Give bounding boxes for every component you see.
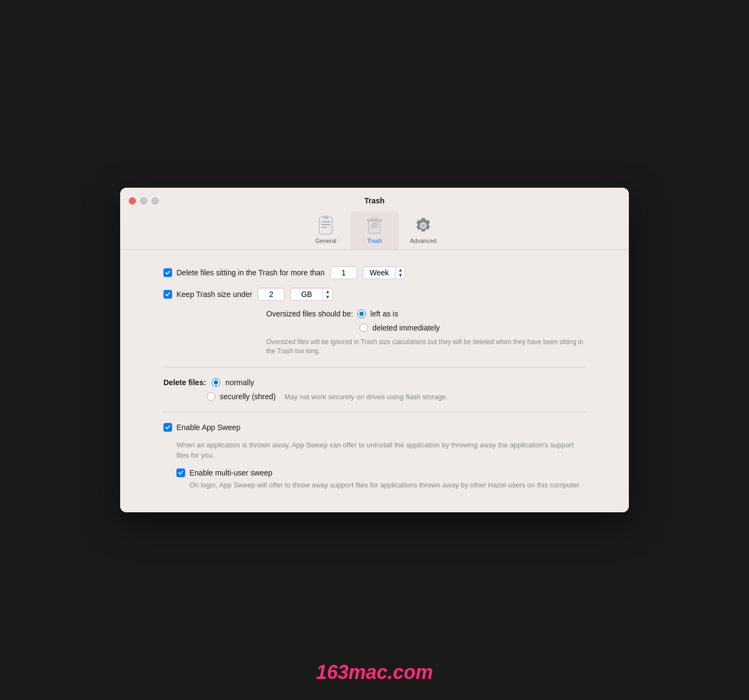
- multi-user-label: Enable multi-user sweep: [189, 468, 272, 477]
- week-stepper[interactable]: Week ▲ ▼: [363, 266, 405, 279]
- watermark: 163mac.com: [316, 661, 433, 684]
- tab-trash-label: Trash: [367, 237, 382, 244]
- svg-rect-2: [321, 221, 330, 222]
- multi-user-hint: On login, App Sweep will offer to throw …: [189, 480, 586, 491]
- radio-securely[interactable]: [207, 392, 215, 401]
- normally-label: normally: [226, 378, 254, 387]
- general-tab-icon: [316, 216, 336, 235]
- tab-general-label: General: [315, 237, 336, 244]
- tab-advanced[interactable]: Advanced: [399, 212, 448, 249]
- keep-trash-size-row: Keep Trash size under GB ▲ ▼: [163, 288, 586, 301]
- keep-trash-size-checkbox-wrapper[interactable]: Keep Trash size under: [163, 290, 252, 299]
- gb-down-arrow[interactable]: ▼: [325, 294, 330, 300]
- tab-advanced-label: Advanced: [410, 237, 437, 244]
- securely-row: securelly (shred) May not work securely …: [207, 392, 586, 401]
- keep-trash-size-label: Keep Trash size under: [176, 290, 252, 299]
- week-value: Week: [363, 267, 396, 279]
- oversized-hint: Oversized files will be ignored in Trash…: [266, 338, 586, 356]
- delete-old-files-checkbox-wrapper[interactable]: Delete files sitting in the Trash for mo…: [163, 268, 325, 277]
- week-down-arrow[interactable]: ▼: [398, 273, 403, 279]
- gb-up-arrow[interactable]: ▲: [325, 289, 330, 295]
- minimize-button[interactable]: [140, 197, 147, 204]
- svg-rect-0: [319, 217, 332, 234]
- week-stepper-arrows[interactable]: ▲ ▼: [396, 267, 405, 279]
- gb-stepper[interactable]: GB ▲ ▼: [290, 288, 333, 301]
- delete-days-input[interactable]: [330, 266, 357, 279]
- delete-files-header-row: Delete files: normally: [163, 378, 586, 387]
- delete-files-section: Delete files: normally securelly (shred)…: [163, 378, 586, 401]
- radio-left-as-is[interactable]: [357, 309, 366, 318]
- window-title: Trash: [364, 196, 384, 205]
- deleted-immediately-row: deleted immediately: [359, 323, 586, 332]
- gb-value: GB: [291, 288, 323, 300]
- radio-deleted-immediately[interactable]: [359, 323, 368, 332]
- oversized-label: Oversized files should be:: [266, 309, 353, 318]
- advanced-tab-icon: [413, 216, 433, 235]
- delete-old-files-checkbox[interactable]: [163, 268, 172, 277]
- tabs-row: General: [301, 212, 448, 249]
- delete-old-files-label: Delete files sitting in the Trash for mo…: [176, 268, 325, 277]
- securely-label: securelly (shred): [220, 392, 275, 401]
- tab-general[interactable]: General: [301, 212, 350, 249]
- gb-stepper-arrows[interactable]: ▲ ▼: [323, 289, 332, 301]
- radio-normally[interactable]: [212, 378, 220, 387]
- traffic-lights: [129, 197, 159, 204]
- svg-rect-5: [369, 221, 380, 234]
- tab-trash[interactable]: Trash: [350, 212, 399, 249]
- app-sweep-label: Enable App Sweep: [176, 423, 240, 432]
- app-sweep-section: Enable App Sweep When an application is …: [163, 423, 586, 491]
- oversized-section: Oversized files should be: left as is de…: [176, 309, 586, 356]
- svg-rect-10: [372, 217, 377, 220]
- svg-point-11: [421, 223, 425, 228]
- delete-files-label: Delete files:: [163, 378, 206, 387]
- securely-note: May not work securely on drives using fl…: [284, 393, 448, 401]
- trash-size-input[interactable]: [258, 288, 285, 301]
- app-sweep-checkbox[interactable]: [163, 423, 172, 432]
- oversized-label-row: Oversized files should be: left as is: [266, 309, 586, 318]
- trash-tab-icon: [365, 216, 384, 235]
- deleted-immediately-label: deleted immediately: [372, 323, 440, 332]
- content-area: Delete files sitting in the Trash for mo…: [120, 250, 629, 512]
- divider-2: [163, 412, 586, 412]
- left-as-is-label: left as is: [370, 309, 398, 318]
- app-sweep-description: When an application is thrown away, App …: [176, 440, 586, 461]
- oversized-header-row: Oversized files should be: left as is de…: [266, 309, 586, 356]
- svg-rect-3: [321, 224, 330, 225]
- titlebar: Trash General: [120, 188, 629, 249]
- svg-rect-4: [321, 227, 327, 228]
- app-sweep-checkbox-wrapper[interactable]: Enable App Sweep: [163, 423, 240, 432]
- multi-user-checkbox[interactable]: [176, 468, 185, 477]
- keep-trash-size-checkbox[interactable]: [163, 290, 172, 299]
- multi-user-row: Enable multi-user sweep: [176, 468, 586, 477]
- maximize-button[interactable]: [152, 197, 159, 204]
- close-button[interactable]: [129, 197, 136, 204]
- svg-rect-1: [324, 216, 328, 219]
- app-window: Trash General: [120, 188, 629, 512]
- divider-1: [163, 367, 586, 367]
- week-up-arrow[interactable]: ▲: [398, 267, 403, 273]
- delete-old-files-row: Delete files sitting in the Trash for mo…: [163, 266, 586, 279]
- app-sweep-row: Enable App Sweep: [163, 423, 586, 432]
